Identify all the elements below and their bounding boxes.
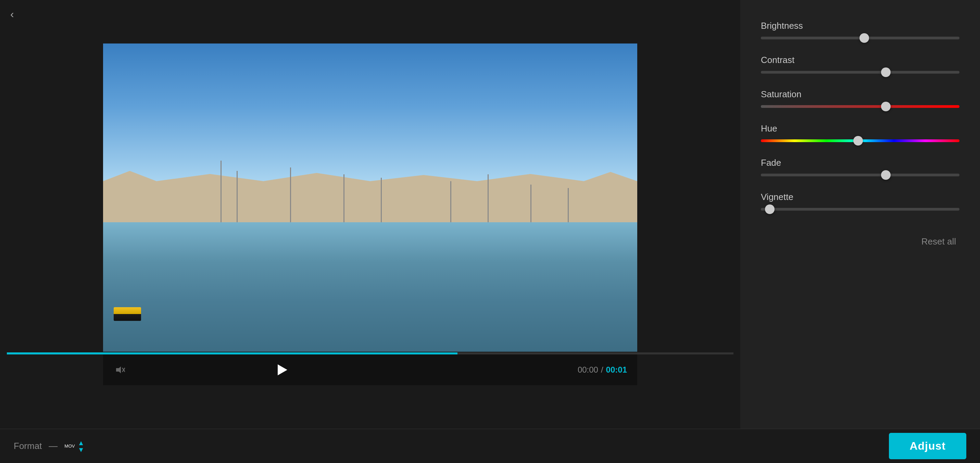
contrast-thumb[interactable] — [881, 67, 891, 77]
mast — [290, 167, 291, 222]
format-dash: — — [49, 441, 57, 451]
play-icon — [278, 364, 287, 375]
video-controls: 00:00 / 00:01 — [103, 355, 637, 385]
time-separator: / — [601, 365, 603, 375]
mute-icon — [115, 365, 125, 375]
format-selector: Format — MOV ▲ ▼ — [14, 439, 84, 453]
time-total: 00:01 — [606, 365, 627, 375]
brightness-control: Brightness — [761, 21, 959, 40]
video-section: ‹ — [0, 0, 740, 429]
hue-slider[interactable] — [761, 139, 959, 142]
format-value-text: MOV — [64, 444, 75, 449]
format-select-button[interactable]: MOV ▲ ▼ — [64, 439, 84, 453]
svg-marker-0 — [116, 366, 121, 373]
saturation-thumb[interactable] — [881, 102, 891, 111]
back-button[interactable]: ‹ — [7, 7, 18, 21]
fade-label: Fade — [761, 158, 959, 168]
saturation-control: Saturation — [761, 89, 959, 108]
mast — [568, 188, 569, 222]
reset-all-button[interactable]: Reset all — [918, 233, 959, 250]
time-display: 00:00 / 00:01 — [578, 365, 627, 375]
sky-layer — [103, 43, 637, 197]
hue-label: Hue — [761, 123, 959, 134]
mast — [344, 174, 344, 222]
mast — [237, 171, 238, 222]
format-arrows-icon: ▲ ▼ — [78, 439, 84, 453]
mast — [221, 161, 221, 222]
mute-button[interactable] — [113, 363, 127, 377]
building-layer — [103, 181, 637, 222]
vignette-thumb[interactable] — [765, 204, 775, 214]
mast — [450, 181, 451, 222]
brightness-label: Brightness — [761, 21, 959, 31]
adjust-button[interactable]: Adjust — [889, 433, 966, 459]
format-label: Format — [14, 441, 42, 451]
vignette-label: Vignette — [761, 192, 959, 202]
fade-thumb[interactable] — [881, 170, 891, 180]
saturation-label: Saturation — [761, 89, 959, 100]
hue-thumb[interactable] — [853, 136, 863, 146]
brightness-thumb[interactable] — [859, 33, 869, 43]
saturation-slider[interactable] — [761, 105, 959, 108]
adjustments-panel: Brightness Contrast Saturation Hue — [740, 0, 980, 429]
video-scene — [103, 43, 637, 352]
vignette-control: Vignette — [761, 192, 959, 211]
play-button[interactable] — [274, 361, 291, 379]
video-progress-bar[interactable] — [7, 352, 733, 355]
hue-control: Hue — [761, 123, 959, 142]
water-layer — [103, 222, 637, 352]
contrast-control: Contrast — [761, 55, 959, 74]
contrast-label: Contrast — [761, 55, 959, 65]
bottom-bar: Format — MOV ▲ ▼ Adjust — [0, 429, 980, 463]
fade-slider[interactable] — [761, 173, 959, 177]
video-progress-fill — [7, 352, 457, 355]
contrast-slider[interactable] — [761, 71, 959, 74]
brightness-slider[interactable] — [761, 37, 959, 40]
mast — [488, 174, 488, 222]
vignette-slider[interactable] — [761, 208, 959, 211]
time-current: 00:00 — [578, 365, 598, 375]
fade-control: Fade — [761, 158, 959, 177]
mast — [530, 185, 531, 222]
dock — [114, 307, 141, 321]
mast — [381, 178, 382, 222]
video-container — [103, 43, 637, 352]
